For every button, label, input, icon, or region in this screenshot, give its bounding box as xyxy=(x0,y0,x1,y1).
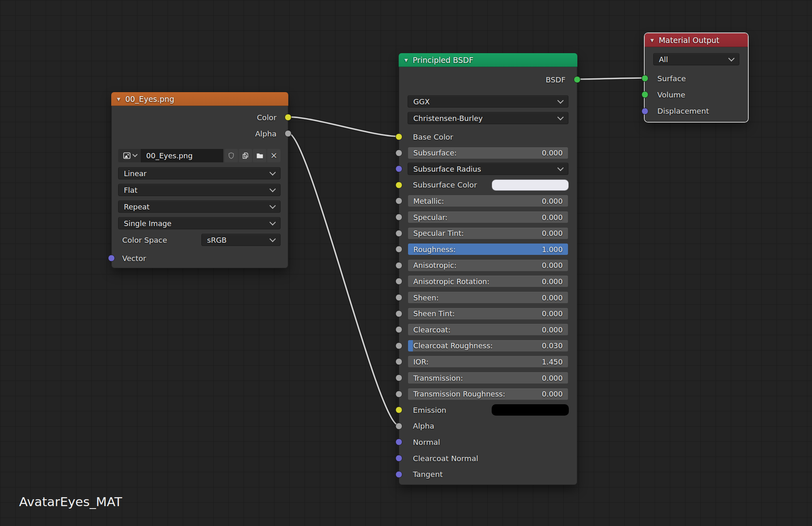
select-christensen-burley[interactable]: Christensen-Burley xyxy=(408,112,568,124)
socket-in-roughness[interactable] xyxy=(395,246,402,253)
select-value: Single Image xyxy=(124,219,171,228)
principled-bsdf-node[interactable]: ▼ Principled BSDF BSDF GGXChristensen-Bu… xyxy=(399,53,577,485)
image-datablock-menu[interactable] xyxy=(118,149,141,162)
socket-in-metallic[interactable] xyxy=(395,198,402,205)
socket-in-displacement[interactable] xyxy=(641,108,648,114)
slider-subsurface[interactable]: Subsurface:0.000 xyxy=(408,147,568,159)
param-label-subsurface-color: Subsurface Color xyxy=(399,181,477,189)
slider-label: Subsurface: xyxy=(413,149,457,157)
slider-value: 0.000 xyxy=(542,261,563,269)
socket-out-alpha[interactable] xyxy=(285,130,292,137)
slider-anisotropic[interactable]: Anisotropic:0.000 xyxy=(408,259,568,272)
socket-out-bsdf[interactable] xyxy=(574,76,581,83)
socket-in-surface[interactable] xyxy=(641,75,648,82)
chevron-down-icon xyxy=(557,114,564,120)
collapse-triangle-icon[interactable]: ▼ xyxy=(404,58,408,63)
param-row-transmission: Transmission:0.000 xyxy=(399,372,577,384)
slider-specular[interactable]: Specular:0.000 xyxy=(408,211,568,223)
slider-clearcoat-roughness[interactable]: Clearcoat Roughness:0.030 xyxy=(408,340,568,352)
socket-in-base-color[interactable] xyxy=(395,134,402,140)
socket-in-emission[interactable] xyxy=(395,407,402,414)
open-image-button[interactable] xyxy=(253,149,266,162)
socket-in-volume[interactable] xyxy=(641,91,648,98)
material-output-node[interactable]: ▼ Material Output All SurfaceVolumeDispl… xyxy=(645,33,748,122)
socket-in-transmission-roughness[interactable] xyxy=(395,390,402,397)
color-swatch-emission[interactable] xyxy=(492,404,569,416)
slider-metallic[interactable]: Metallic:0.000 xyxy=(408,195,568,207)
slider-roughness[interactable]: Roughness:1.000 xyxy=(408,243,568,255)
image-texture-node[interactable]: ▼ 00_Eyes.png ColorAlpha 00_Eyes.png xyxy=(111,92,288,268)
socket-in-sheen-tint[interactable] xyxy=(395,310,402,317)
param-label-emission: Emission xyxy=(399,406,446,414)
slider-transmission-roughness[interactable]: Transmission Roughness:0.000 xyxy=(408,388,568,400)
material-output-node-header[interactable]: ▼ Material Output xyxy=(645,33,748,47)
color-space-row: Color Space sRGB xyxy=(112,234,288,246)
select-ggx[interactable]: GGX xyxy=(408,95,568,108)
slider-specular-tint[interactable]: Specular Tint:0.000 xyxy=(408,227,568,239)
param-row-anisotropic-rotation: Anisotropic Rotation:0.000 xyxy=(399,275,577,287)
image-name-field[interactable]: 00_Eyes.png xyxy=(141,149,223,162)
socket-in-subsurface-radius[interactable] xyxy=(395,166,402,172)
socket-in-normal[interactable] xyxy=(395,439,402,446)
slider-value: 1.450 xyxy=(542,358,563,366)
socket-in-vector[interactable] xyxy=(108,255,115,262)
collapse-triangle-icon[interactable]: ▼ xyxy=(117,97,120,102)
input-label-volume: Volume xyxy=(645,91,685,99)
color-space-select[interactable]: sRGB xyxy=(201,234,281,246)
slider-label: IOR: xyxy=(413,358,429,366)
output-label-color: Color xyxy=(257,113,276,122)
node-editor-canvas: ▼ 00_Eyes.png ColorAlpha 00_Eyes.png xyxy=(0,0,812,526)
socket-in-subsurface-color[interactable] xyxy=(395,181,402,188)
slider-label: Transmission: xyxy=(413,374,463,382)
fake-user-button[interactable] xyxy=(225,149,238,162)
slider-clearcoat[interactable]: Clearcoat:0.000 xyxy=(408,323,568,336)
make-single-user-button[interactable] xyxy=(239,149,252,162)
socket-in-anisotropic[interactable] xyxy=(395,262,402,269)
socket-in-tangent[interactable] xyxy=(395,471,402,478)
image-texture-node-header[interactable]: ▼ 00_Eyes.png xyxy=(111,92,288,106)
socket-in-specular[interactable] xyxy=(395,214,402,221)
collapse-triangle-icon[interactable]: ▼ xyxy=(650,38,654,43)
select-single-image[interactable]: Single Image xyxy=(118,217,281,229)
slider-ior[interactable]: IOR:1.450 xyxy=(408,356,568,368)
socket-in-clearcoat[interactable] xyxy=(395,326,402,333)
socket-in-transmission[interactable] xyxy=(395,375,402,382)
principled-bsdf-node-header[interactable]: ▼ Principled BSDF xyxy=(399,53,577,67)
socket-in-subsurface[interactable] xyxy=(395,149,402,156)
material-name-label: AvatarEyes_MAT xyxy=(19,494,122,509)
socket-in-anisotropic-rotation[interactable] xyxy=(395,278,402,285)
slider-transmission[interactable]: Transmission:0.000 xyxy=(408,372,568,384)
slider-value: 0.000 xyxy=(542,197,563,205)
slider-anisotropic-rotation[interactable]: Anisotropic Rotation:0.000 xyxy=(408,275,568,287)
slider-value: 0.000 xyxy=(542,390,563,398)
param-label-normal: Normal xyxy=(399,438,440,446)
slider-label: Specular Tint: xyxy=(413,229,464,237)
param-row-clearcoat-roughness: Clearcoat Roughness:0.030 xyxy=(399,340,577,352)
slider-sheen[interactable]: Sheen:0.000 xyxy=(408,291,568,304)
slider-fill xyxy=(408,340,413,351)
param-row-normal: Normal xyxy=(399,436,577,448)
unlink-datablock-button[interactable]: × xyxy=(267,149,281,162)
socket-in-alpha[interactable] xyxy=(395,423,402,429)
color-space-label: Color Space xyxy=(112,236,167,244)
select-linear[interactable]: Linear xyxy=(118,167,281,179)
input-row-vector: Vector xyxy=(112,252,288,264)
socket-in-specular-tint[interactable] xyxy=(395,230,402,237)
socket-in-ior[interactable] xyxy=(395,358,402,365)
socket-in-sheen[interactable] xyxy=(395,294,402,301)
socket-in-clearcoat-roughness[interactable] xyxy=(395,342,402,349)
socket-in-clearcoat-normal[interactable] xyxy=(395,455,402,462)
wire-alpha-to-alpha[interactable] xyxy=(288,133,399,425)
output-row-alpha: Alpha xyxy=(112,127,288,140)
slider-sheen-tint[interactable]: Sheen Tint:0.000 xyxy=(408,308,568,320)
image-icon xyxy=(123,151,131,160)
select-flat[interactable]: Flat xyxy=(118,184,281,196)
select-subsurface-radius[interactable]: Subsurface Radius xyxy=(408,163,568,175)
socket-out-color[interactable] xyxy=(285,114,292,121)
chevron-down-icon xyxy=(132,152,138,157)
param-row-specular: Specular:0.000 xyxy=(399,211,577,223)
select-repeat[interactable]: Repeat xyxy=(118,200,281,213)
chevron-down-icon xyxy=(270,202,276,209)
target-select[interactable]: All xyxy=(653,53,739,65)
color-swatch-subsurface-color[interactable] xyxy=(492,179,569,191)
